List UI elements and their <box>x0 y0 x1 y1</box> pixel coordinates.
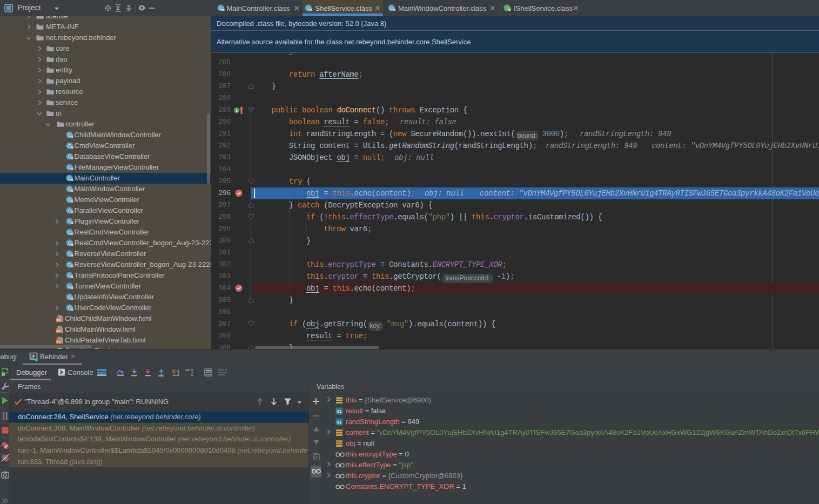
svg-text:C: C <box>68 262 71 267</box>
svg-text:C: C <box>68 230 71 235</box>
svg-text:C: C <box>68 240 71 246</box>
svg-text:C: C <box>68 284 71 289</box>
svg-text:I: I <box>506 5 507 11</box>
svg-text:01: 01 <box>337 420 341 425</box>
svg-text:C: C <box>68 305 71 311</box>
svg-text:C: C <box>68 165 71 170</box>
svg-text:1: 1 <box>236 108 238 113</box>
svg-text:C: C <box>306 5 310 11</box>
svg-text:C: C <box>390 5 393 11</box>
svg-text:<>: <> <box>56 318 61 322</box>
svg-text:C: C <box>68 294 71 300</box>
svg-text:C: C <box>68 132 71 138</box>
svg-text:C: C <box>68 186 71 192</box>
svg-text:C: C <box>68 208 71 213</box>
svg-text:C: C <box>219 5 222 11</box>
svg-text:C: C <box>68 197 71 203</box>
svg-text:C: C <box>68 176 71 181</box>
svg-text:C: C <box>68 273 71 278</box>
svg-text:01: 01 <box>337 409 341 414</box>
svg-text:<>: <> <box>56 329 61 333</box>
svg-text:C: C <box>68 154 71 159</box>
svg-text:<>: <> <box>56 340 61 344</box>
svg-text:C: C <box>68 251 71 257</box>
svg-text:C: C <box>68 143 71 149</box>
svg-text:C: C <box>68 219 71 224</box>
